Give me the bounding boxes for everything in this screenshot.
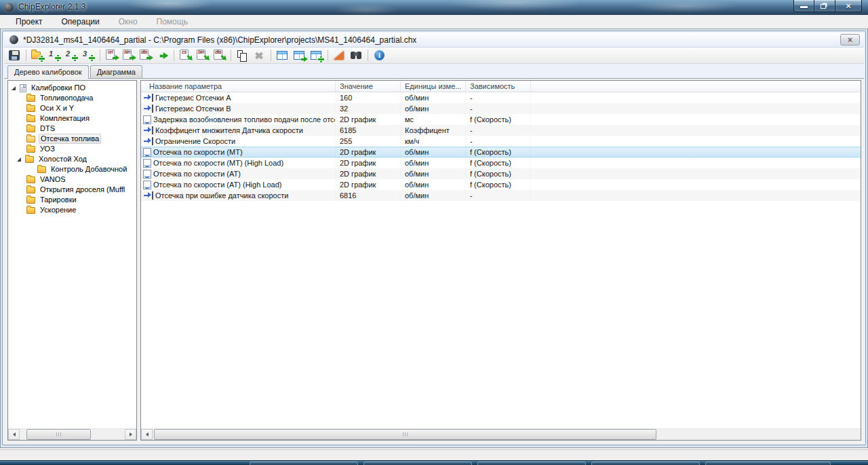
row-filler: [531, 92, 861, 103]
table-export-button[interactable]: [292, 48, 307, 62]
folder-icon: [26, 146, 35, 153]
scroll-left-button[interactable]: [141, 429, 153, 440]
plus-icon: [55, 55, 61, 61]
menu-help: Помощь: [151, 16, 194, 28]
content-area: Калибровки ПО Топливоподача Оси X и Y Ко…: [4, 78, 864, 443]
param-value: 2D график: [336, 168, 401, 179]
tree-item[interactable]: УОЗ: [8, 144, 136, 154]
column-header-name[interactable]: Название параметра: [141, 81, 336, 92]
plus-icon: [39, 56, 45, 62]
table-row[interactable]: Отсечка по скорости (MT) (High Load) 2D …: [141, 157, 861, 168]
export-dta-button[interactable]: dta: [138, 48, 153, 62]
tree-item[interactable]: Комплектация: [8, 113, 136, 124]
tree-item[interactable]: Топливоподача: [8, 93, 136, 103]
param-dependency: -: [466, 92, 531, 103]
scroll-right-button[interactable]: [125, 429, 136, 440]
table-row[interactable]: Гистерезис Отсечки B 32 об/мин -: [141, 103, 861, 114]
taskbar-button[interactable]: [250, 462, 358, 465]
param-value: 2D график: [336, 157, 401, 168]
export-bin-button[interactable]: bin: [121, 48, 136, 62]
scrollbar-track[interactable]: [20, 429, 125, 440]
open-project-add-button[interactable]: [30, 48, 45, 62]
param-dependency: f (Скорость): [466, 179, 531, 190]
table-row[interactable]: Отсечка при ошибке датчика скорости 6816…: [141, 190, 861, 201]
document-title: *DJ32814_ms41_1406464_partial - C:\Progr…: [23, 35, 416, 45]
table-add-button[interactable]: [309, 48, 324, 62]
table-row-selected[interactable]: Отсечка по скорости (MT) 2D график об/ми…: [141, 147, 861, 157]
import-dta-button[interactable]: dta: [212, 48, 227, 62]
merge-icon: [254, 51, 264, 60]
param-dependency: -: [466, 190, 531, 201]
export-ori-button[interactable]: ori: [104, 48, 119, 62]
tree-item[interactable]: Ускорение: [8, 205, 136, 215]
tree-item[interactable]: VANOS: [8, 174, 136, 185]
tab-calibration-tree[interactable]: Дерево калибровок: [7, 65, 89, 79]
badge-label: cs: [180, 50, 188, 54]
document-close-button[interactable]: ×: [840, 34, 860, 45]
column-header-value[interactable]: Значение: [336, 81, 401, 92]
menu-project[interactable]: Проект: [9, 16, 49, 28]
row-filler: [531, 157, 861, 168]
param-dependency: -: [466, 136, 531, 147]
compare-button[interactable]: [235, 48, 250, 62]
save-button[interactable]: [7, 48, 22, 62]
expander-icon[interactable]: [12, 86, 16, 90]
scroll-left-button[interactable]: [8, 429, 20, 440]
expander-icon[interactable]: [17, 157, 21, 162]
minimize-button[interactable]: [793, 0, 814, 12]
close-button[interactable]: ×: [835, 0, 862, 12]
folder-icon: [25, 156, 34, 163]
taskbar[interactable]: [0, 460, 868, 465]
tree-item-label: VANOS: [39, 175, 67, 184]
tree-item-selected[interactable]: Отсечка топлива: [8, 134, 136, 144]
export-button[interactable]: [155, 48, 170, 62]
search-button[interactable]: [349, 48, 364, 62]
table-body: Гистерезис Отсечки A 160 об/мин - Гистер…: [141, 92, 861, 440]
minimize-icon: [800, 6, 808, 8]
row-filler: [531, 103, 861, 114]
tree-item[interactable]: DTS: [8, 124, 136, 134]
tree-item[interactable]: Открытия дроселя (Muffl: [8, 185, 136, 195]
table-row[interactable]: Ограничение Скорости 255 км/ч -: [141, 136, 861, 147]
menubar: Проект Операции Окно Помощь: [0, 15, 868, 29]
taskbar-button[interactable]: [705, 462, 831, 465]
column-header-dependency[interactable]: Зависимость: [466, 81, 531, 92]
restore-button[interactable]: [814, 0, 835, 12]
tree-item-label: Открытия дроселя (Muffl: [39, 185, 126, 194]
table-row[interactable]: Коэффицент множителя Датчика скорости 61…: [141, 125, 861, 136]
param-dependency: f (Скорость): [466, 147, 531, 157]
graph-icon: [143, 159, 151, 168]
scrollbar-thumb[interactable]: [154, 429, 656, 440]
taskbar-button[interactable]: [591, 462, 700, 465]
table-row[interactable]: Отсечка по скорости (AT) 2D график об/ми…: [141, 168, 861, 179]
table-row[interactable]: Отсечка по скорости (AT) (High Load) 2D …: [141, 179, 861, 190]
table-row[interactable]: Гистерезис Отсечки A 160 об/мин -: [141, 92, 861, 103]
tree-item[interactable]: Холостой Ход: [8, 154, 136, 164]
export-arrow-icon: [130, 55, 136, 61]
tab-diagram[interactable]: Диаграмма: [90, 65, 142, 78]
about-button[interactable]: [372, 48, 387, 62]
arrow-left-icon: [13, 432, 16, 436]
table-window-button[interactable]: [275, 48, 290, 62]
column-header-units[interactable]: Единицы изме...: [401, 81, 466, 92]
row-filler: [531, 136, 861, 147]
taskbar-button[interactable]: [477, 462, 586, 465]
import-bin-button[interactable]: bin: [195, 48, 210, 62]
tree-item[interactable]: Контроль Добавочной: [8, 164, 136, 174]
add-file-1-button[interactable]: 1: [47, 48, 62, 62]
add-file-3-button[interactable]: 3: [81, 48, 96, 62]
tree-item[interactable]: Тарировки: [8, 195, 136, 205]
scrollbar-thumb[interactable]: [26, 429, 91, 440]
tree-item[interactable]: Оси X и Y: [8, 103, 136, 113]
table-row[interactable]: Задержка возобновления топливо подачи по…: [141, 114, 861, 125]
tree-item-root[interactable]: Калибровки ПО: [8, 83, 136, 93]
menu-operations[interactable]: Операции: [56, 16, 106, 28]
diagram-icon: [334, 51, 344, 60]
taskbar-button[interactable]: [363, 462, 472, 465]
import-cs-button[interactable]: cs: [178, 48, 193, 62]
scrollbar-track[interactable]: [153, 429, 861, 440]
restore-icon: [821, 4, 826, 9]
diagram-button[interactable]: [332, 48, 347, 62]
tree-horizontal-scrollbar: [8, 428, 136, 440]
add-file-2-button[interactable]: 2: [64, 48, 79, 62]
